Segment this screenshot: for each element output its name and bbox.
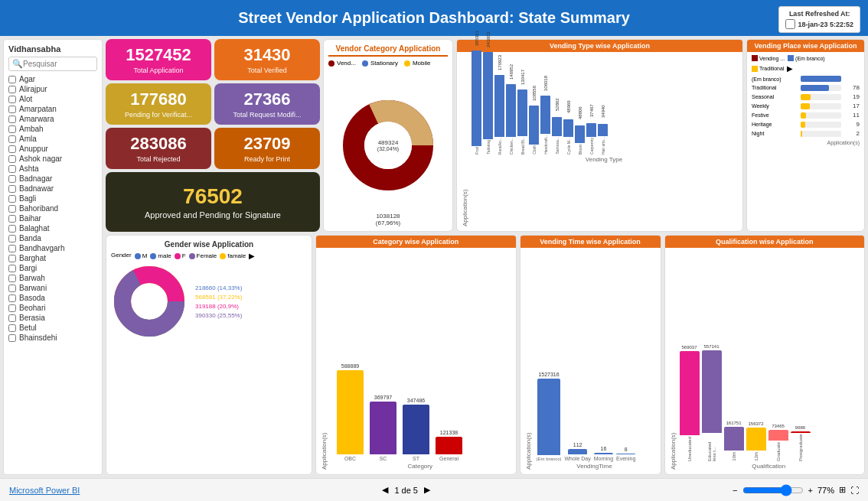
vending-type-title: Vending Type wise Application [457,40,742,52]
vendor-category-title: Vendor Category Application [328,44,448,57]
sidebar-item[interactable]: Bahoriband [8,203,97,213]
vending-place-x-label: Application(s) [752,140,860,145]
vending-type-x-label: Vending Type [470,156,738,163]
kpi-total-application: 1527452 Total Application [106,39,211,80]
sidebar-item[interactable]: Betul [8,323,97,333]
gender-legend: Gender M male F Female famale ▶ [111,252,307,260]
qualification-y-axis: Application(s) [670,251,677,470]
vending-type-bar-group: 48806 Bloom [575,102,585,155]
sidebar-title: Vidhansabha [8,44,97,54]
zoom-slider[interactable] [742,484,804,496]
ready-for-print-label: Ready for Print [244,155,290,163]
refresh-label: Last Refreshed At: [785,10,853,18]
kpi-total-rejected: 283086 Total Rejected [106,128,211,169]
sidebar-item[interactable]: Ashta [8,164,97,174]
vending-place-legend: Vending ... (Em branco) Traditional ▶ [752,55,860,73]
total-verified-label: Total Verified [247,67,287,74]
vending-type-bar-group: 130417 Bread Bl... [517,66,527,155]
sidebar-item[interactable]: Beohari [8,303,97,313]
sidebar-item[interactable]: Amla [8,134,97,144]
sidebar-item[interactable]: Agar [8,74,97,84]
vending-place-rows: (Em branco) Traditional78 Seasonal19 Wee… [752,76,860,137]
pending-value: 177680 [130,89,186,109]
last-refreshed-box: Last Refreshed At: 18-jan-23 5:22:52 [778,6,860,33]
prev-page-btn[interactable]: ◀ [382,485,388,495]
request-modified-value: 27366 [243,89,290,109]
search-input[interactable] [23,60,93,68]
vending-time-y-axis: Application(s) [525,251,532,470]
zoom-plus[interactable]: + [808,486,813,495]
sidebar-item[interactable]: Barwani [8,283,97,293]
sidebar-item[interactable]: Balaghat [8,223,97,233]
sidebar-item[interactable]: Anuppur [8,144,97,154]
vending-time-chart: Vending Time wise Application Applicatio… [520,235,661,475]
zoom-minus[interactable]: − [733,486,737,495]
vending-type-bar-group: 34940 Hair arts... [598,100,608,155]
vending-type-bar-group: 52862 Samosa... [552,93,562,155]
vending-type-bar-group: 170923 RuralAn... [494,51,504,155]
kpi-pending-verification: 177680 Pending for Verificat... [106,83,211,125]
dashboard-header: Street Vendor Application Dashboard: Sta… [0,0,868,36]
vending-type-bars: 265331 Fruit 241603 Tailoring 170923 Rur… [470,55,738,155]
stationary-label: 489324 [377,139,399,146]
search-box[interactable]: 🔍 [8,57,97,71]
sidebar-item[interactable]: Basoda [8,293,97,303]
vending-type-bar-group: 48969 Cycle M... [563,96,573,155]
vending-type-bar-group: 108556 Cloth [529,82,539,155]
sidebar-item[interactable]: Berasia [8,313,97,323]
powerbi-link[interactable]: Microsoft Power BI [9,486,80,495]
pending-label: Pending for Verificat... [125,111,192,119]
category-wise-title: Category wise Application [316,236,516,248]
total-application-value: 1527452 [126,45,191,65]
sidebar-item[interactable]: Amarpatan [8,104,97,114]
vending-place-title: Vending Place wise Application [747,40,864,52]
vending-time-title: Vending Time wise Application [520,236,661,248]
fit-page-icon[interactable]: ⊞ [839,485,846,495]
qualification-title: Qualification wise Application [665,236,865,248]
gender-wise-chart: Gender wise Application Gender M male F … [106,235,312,475]
main-content: 1527452 Total Application 31430 Total Ve… [106,39,865,475]
sidebar-items-list: AgarAlirajpurAlotAmarpatanAmarwaraAmbahA… [8,74,97,343]
sidebar-item[interactable]: Banda [8,233,97,243]
total-verified-value: 31430 [243,45,290,65]
sidebar-item[interactable]: Alirajpur [8,84,97,94]
sidebar-item[interactable]: Badnagar [8,174,97,184]
fullscreen-icon[interactable]: ⛶ [850,486,859,495]
sidebar-item[interactable]: Badnawar [8,184,97,194]
next-page-btn[interactable]: ▶ [424,485,430,495]
ready-for-print-value: 23709 [243,134,290,154]
sidebar-item[interactable]: Bhainsdehi [8,333,97,343]
sidebar-item[interactable]: Alot [8,94,97,104]
sidebar-item[interactable]: Baihar [8,213,97,223]
vending-type-bar-group: 265331 Fruit [472,27,481,155]
refresh-checkbox[interactable] [785,19,795,29]
svg-point-7 [132,284,167,319]
total-application-label: Total Application [133,67,183,74]
vending-type-bar-group: 146952 Chicken... [506,60,516,155]
sidebar-item[interactable]: Bagli [8,194,97,203]
approved-pending-value: 76502 [183,184,243,209]
sidebar-item[interactable]: Amarwara [8,114,97,124]
vending-type-bar-group: 37467 Carpentry [586,99,596,155]
sidebar-item[interactable]: Barghat [8,253,97,263]
vending-type-chart: Vending Type wise Application Applicatio… [456,39,743,232]
kpi-ready-for-print: 23709 Ready for Print [214,128,320,169]
category-wise-chart: Category wise Application Application(s)… [315,235,517,475]
sidebar-item[interactable]: Bandhavgarh [8,243,97,253]
request-modified-label: Total Request Modifi... [233,111,301,119]
kpi-total-request-modified: 27366 Total Request Modifi... [214,83,320,125]
gender-stats: 218660 (14,33%) 568581 (37,22%) 319188 (… [195,285,242,319]
qualification-x-label: Qualification [678,463,860,470]
vending-type-y-axis: Application(s) [462,55,468,226]
stationary-pct: (32,04%) [377,146,399,151]
sidebar-item[interactable]: Ambah [8,124,97,134]
total-rejected-label: Total Rejected [136,155,180,163]
search-icon: 🔍 [12,59,23,69]
zoom-value: 77% [817,486,834,495]
sidebar-item[interactable]: Barwah [8,273,97,283]
sidebar-item[interactable]: Bargi [8,263,97,273]
qualification-bars: 569037 Uneducated 557141 Educated less t… [678,377,860,461]
refresh-date: 18-jan-23 5:22:52 [785,19,853,29]
header-title: Street Vendor Application Dashboard: Sta… [238,9,630,26]
sidebar-item[interactable]: Ashok nagar [8,154,97,164]
